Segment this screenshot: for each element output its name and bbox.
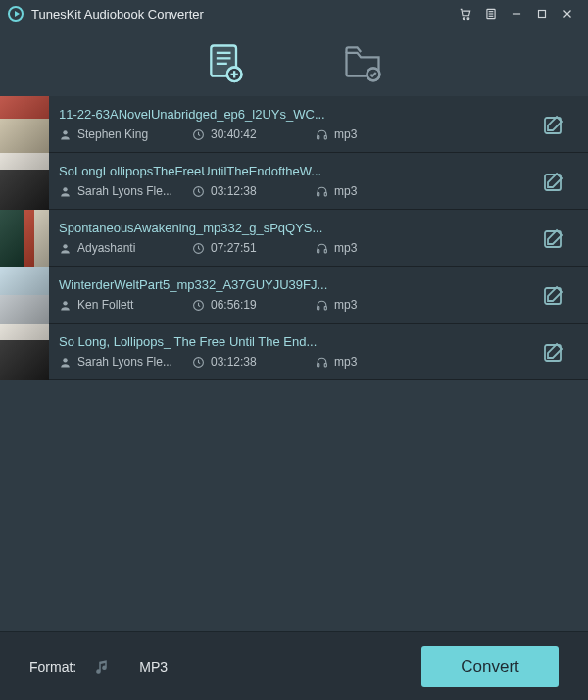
list-item-body: SpontaneousAwakening_mp332_g_sPqQYS... A… bbox=[49, 210, 519, 266]
edit-button[interactable] bbox=[519, 324, 588, 379]
svg-rect-23 bbox=[318, 135, 319, 138]
person-icon bbox=[59, 128, 72, 141]
item-meta: Ken Follett 06:56:19 mp3 bbox=[59, 298, 510, 312]
item-format: mp3 bbox=[334, 241, 357, 255]
svg-rect-39 bbox=[324, 306, 326, 309]
item-meta: Sarah Lyons Fle... 03:12:38 mp3 bbox=[59, 355, 510, 369]
svg-point-21 bbox=[63, 130, 67, 134]
headphones-icon bbox=[316, 356, 328, 369]
list-item[interactable]: SpontaneousAwakening_mp332_g_sPqQYS... A… bbox=[0, 210, 588, 267]
minimize-button[interactable] bbox=[504, 1, 529, 26]
format-value[interactable]: MP3 bbox=[139, 659, 168, 675]
close-button[interactable] bbox=[555, 1, 580, 26]
cover-thumbnail bbox=[0, 267, 49, 324]
headphones-icon bbox=[316, 185, 328, 198]
person-icon bbox=[59, 299, 72, 312]
clock-icon bbox=[192, 299, 205, 312]
item-meta: Adyashanti 07:27:51 mp3 bbox=[59, 241, 510, 255]
headphones-icon bbox=[316, 299, 328, 312]
format-label: Format: bbox=[29, 659, 76, 675]
person-icon bbox=[59, 356, 72, 369]
item-title: 11-22-63ANovelUnabridged_ep6_l2UYs_WC... bbox=[59, 107, 510, 122]
list-item[interactable]: WinterderWeltPart5_mp332_A37GUYJU39FJ...… bbox=[0, 267, 588, 324]
svg-point-41 bbox=[63, 358, 67, 362]
app-title: TunesKit Audiobook Converter bbox=[31, 7, 204, 22]
maximize-button[interactable] bbox=[529, 1, 555, 26]
cover-thumbnail bbox=[0, 153, 49, 210]
item-duration: 07:27:51 bbox=[211, 241, 257, 255]
titlebar: TunesKit Audiobook Converter bbox=[0, 0, 588, 27]
person-icon bbox=[59, 185, 72, 198]
file-list: 11-22-63ANovelUnabridged_ep6_l2UYs_WC...… bbox=[0, 96, 588, 631]
item-format: mp3 bbox=[334, 355, 357, 369]
app-logo-icon bbox=[8, 6, 24, 22]
main-toolbar bbox=[0, 27, 588, 96]
item-format: mp3 bbox=[334, 127, 357, 141]
item-author: Sarah Lyons Fle... bbox=[77, 184, 172, 198]
cover-thumbnail bbox=[0, 324, 49, 380]
item-title: SoLongLollipopsTheFreeUntilTheEndoftheW.… bbox=[59, 164, 510, 178]
svg-rect-38 bbox=[318, 306, 319, 309]
music-note-icon[interactable] bbox=[94, 658, 112, 675]
list-item-body: WinterderWeltPart5_mp332_A37GUYJU39FJ...… bbox=[49, 267, 519, 323]
person-icon bbox=[59, 242, 72, 255]
footer-bar: Format: MP3 Convert bbox=[0, 631, 588, 700]
svg-rect-33 bbox=[318, 249, 319, 252]
item-duration: 03:12:38 bbox=[211, 355, 257, 369]
item-title: WinterderWeltPart5_mp332_A37GUYJU39FJ... bbox=[59, 277, 510, 292]
output-folder-button[interactable] bbox=[338, 38, 387, 85]
svg-rect-34 bbox=[324, 249, 326, 252]
cart-icon[interactable] bbox=[453, 1, 478, 26]
edit-button[interactable] bbox=[519, 267, 588, 323]
list-item[interactable]: SoLongLollipopsTheFreeUntilTheEndoftheW.… bbox=[0, 153, 588, 210]
cover-thumbnail bbox=[0, 210, 49, 267]
item-format: mp3 bbox=[334, 184, 357, 198]
item-author: Stephen King bbox=[77, 127, 148, 141]
edit-button[interactable] bbox=[519, 153, 588, 209]
item-title: SpontaneousAwakening_mp332_g_sPqQYS... bbox=[59, 221, 510, 235]
headphones-icon bbox=[316, 242, 328, 255]
svg-rect-43 bbox=[318, 363, 319, 366]
list-item-body: SoLongLollipopsTheFreeUntilTheEndoftheW.… bbox=[49, 153, 519, 209]
svg-point-1 bbox=[467, 18, 469, 20]
add-files-button[interactable] bbox=[201, 38, 250, 85]
item-author: Adyashanti bbox=[77, 241, 135, 255]
svg-rect-44 bbox=[324, 363, 326, 366]
svg-point-26 bbox=[63, 187, 67, 191]
item-author: Sarah Lyons Fle... bbox=[77, 355, 172, 369]
svg-rect-28 bbox=[318, 192, 319, 195]
item-format: mp3 bbox=[334, 298, 357, 312]
convert-button[interactable]: Convert bbox=[421, 646, 559, 687]
list-item[interactable]: So Long, Lollipops_ The Free Until The E… bbox=[0, 324, 588, 380]
item-duration: 03:12:38 bbox=[211, 184, 257, 198]
list-item-body: 11-22-63ANovelUnabridged_ep6_l2UYs_WC...… bbox=[49, 96, 519, 152]
item-author: Ken Follett bbox=[77, 298, 133, 312]
clock-icon bbox=[192, 128, 205, 141]
item-meta: Sarah Lyons Fle... 03:12:38 mp3 bbox=[59, 184, 510, 198]
list-item-body: So Long, Lollipops_ The Free Until The E… bbox=[49, 324, 519, 379]
clock-icon bbox=[192, 356, 205, 369]
clock-icon bbox=[192, 242, 205, 255]
svg-point-31 bbox=[63, 244, 67, 248]
list-item[interactable]: 11-22-63ANovelUnabridged_ep6_l2UYs_WC...… bbox=[0, 96, 588, 153]
edit-button[interactable] bbox=[519, 210, 588, 266]
item-meta: Stephen King 30:40:42 mp3 bbox=[59, 127, 510, 141]
svg-point-36 bbox=[63, 301, 67, 305]
svg-point-0 bbox=[463, 18, 465, 20]
menu-icon[interactable] bbox=[478, 1, 504, 26]
clock-icon bbox=[192, 185, 205, 198]
headphones-icon bbox=[316, 128, 328, 141]
svg-rect-24 bbox=[324, 135, 326, 138]
svg-rect-7 bbox=[539, 11, 546, 18]
item-title: So Long, Lollipops_ The Free Until The E… bbox=[59, 334, 510, 349]
item-duration: 06:56:19 bbox=[211, 298, 257, 312]
edit-button[interactable] bbox=[519, 96, 588, 152]
item-duration: 30:40:42 bbox=[211, 127, 257, 141]
cover-thumbnail bbox=[0, 96, 49, 153]
svg-rect-29 bbox=[324, 192, 326, 195]
